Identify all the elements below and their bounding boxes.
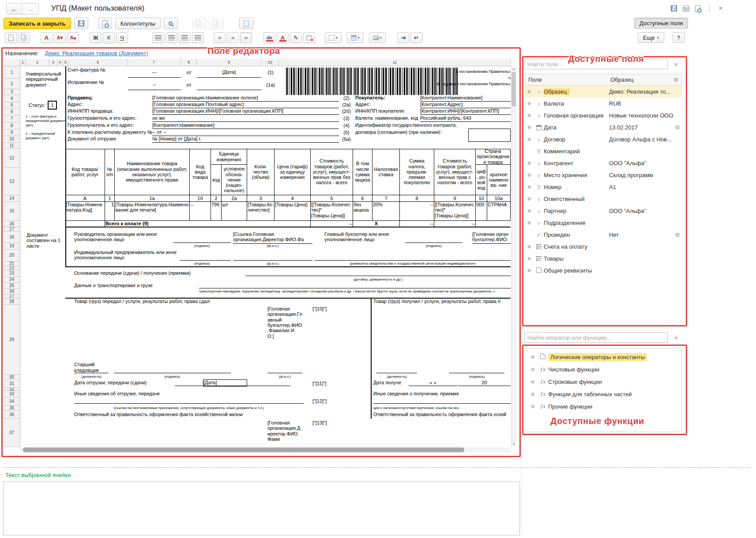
field-label[interactable]: Номер bbox=[544, 184, 609, 190]
font-size-up-button[interactable]: А▴ bbox=[67, 32, 79, 43]
assignment-link[interactable]: Демо: Реализация товаров (Документ) bbox=[45, 50, 148, 57]
form-cell[interactable]: Универсальный передаточный документ bbox=[26, 71, 66, 94]
form-cell[interactable] bbox=[74, 398, 304, 404]
form-cell[interactable]: (должность) bbox=[74, 375, 109, 379]
save-icon[interactable] bbox=[671, 5, 677, 11]
column-header[interactable]: 3 bbox=[49, 59, 57, 66]
form-cell[interactable] bbox=[405, 231, 463, 243]
expand-plus-icon[interactable]: ⊕ bbox=[524, 160, 534, 166]
form-cell[interactable]: Руководитель организации или иное уполно… bbox=[74, 231, 172, 244]
form-cell[interactable] bbox=[199, 283, 511, 288]
form-cell[interactable]: Иные сведения о получении, приемке bbox=[373, 391, 511, 398]
row-header[interactable]: 28 bbox=[4, 299, 20, 305]
field-row[interactable]: ⊕Дата13.02.2017⚙ bbox=[524, 121, 682, 133]
align-center-button[interactable] bbox=[165, 32, 177, 43]
form-cell[interactable]: (5) bbox=[339, 129, 354, 136]
form-cell[interactable]: Цена (тариф) за единицу измерения bbox=[275, 149, 311, 195]
spacing-medium-button[interactable]: = bbox=[227, 32, 239, 43]
row-header[interactable]: 8 bbox=[4, 122, 20, 129]
expand-plus-icon[interactable]: ⊕ bbox=[524, 172, 534, 178]
form-cell[interactable]: № [Номер] от [Дата] г. bbox=[152, 136, 339, 143]
form-cell[interactable]: Дата отгрузки, передачи (сдачи) bbox=[74, 380, 175, 387]
form-cell[interactable]: Иные сведения об отгрузке, передаче bbox=[74, 391, 260, 398]
row-header[interactable]: 27 bbox=[4, 295, 20, 299]
page-setup-button[interactable] bbox=[239, 18, 253, 29]
field-row[interactable]: ТКомментарий bbox=[524, 145, 682, 157]
field-row[interactable]: ⊕›Ответственный bbox=[524, 193, 682, 205]
preview-button[interactable] bbox=[98, 18, 112, 29]
form-cell[interactable]: Код товара/ работ, услуг bbox=[65, 149, 105, 195]
column-header[interactable]: 1 bbox=[20, 59, 26, 66]
form-cell[interactable]: (2) bbox=[339, 95, 354, 102]
form-cell[interactable]: -- от -- bbox=[152, 129, 339, 136]
panel-splitter[interactable] bbox=[521, 47, 521, 535]
row-header[interactable]: 25 bbox=[4, 283, 20, 289]
form-cell[interactable] bbox=[245, 270, 511, 276]
form-cell[interactable]: Основание передачи (сдачи) / получения (… bbox=[74, 270, 245, 277]
copy-style-button[interactable] bbox=[192, 18, 206, 29]
form-cell[interactable]: (подпись) bbox=[405, 244, 463, 248]
expand-plus-icon[interactable]: ⊕ bbox=[524, 136, 534, 142]
form-cell[interactable]: -- bbox=[400, 202, 434, 221]
field-row[interactable]: ✓ПроведенНет⚙ bbox=[524, 229, 682, 241]
fields-column-sample[interactable]: Образец bbox=[607, 76, 671, 83]
form-cell[interactable]: 8 bbox=[400, 195, 434, 202]
form-cell[interactable] bbox=[197, 80, 261, 90]
form-cell[interactable] bbox=[376, 305, 417, 373]
row-header[interactable]: 31 bbox=[4, 380, 20, 388]
form-cell[interactable]: ["[12]"] bbox=[312, 398, 338, 405]
row-header[interactable]: 14 bbox=[4, 195, 20, 202]
form-cell[interactable]: [Контрагент.Адрес] bbox=[420, 102, 511, 108]
form-cell[interactable]: ["[11]"] bbox=[312, 381, 338, 387]
form-cell[interactable]: Наименование товара (описание выполненны… bbox=[115, 149, 190, 195]
form-cell[interactable]: [Дата] bbox=[203, 379, 247, 386]
form-cell[interactable]: 2 bbox=[211, 195, 222, 202]
form-cell[interactable]: Российский рубль, 643 bbox=[420, 115, 511, 122]
form-cell[interactable]: 6 bbox=[353, 195, 372, 202]
form-cell[interactable]: Налоговая ставка bbox=[372, 149, 400, 195]
fields-column-field[interactable]: Поле bbox=[525, 76, 607, 83]
row-header[interactable]: 36 bbox=[4, 411, 20, 419]
field-label[interactable]: Общие реквизиты bbox=[544, 267, 609, 274]
form-cell[interactable]: --- bbox=[128, 67, 181, 78]
form-cell[interactable]: (подпись) bbox=[173, 261, 231, 266]
form-cell[interactable] bbox=[114, 305, 231, 373]
form-cell[interactable]: без акциза bbox=[353, 202, 372, 221]
expand-plus-icon[interactable]: ⊕ bbox=[528, 379, 538, 385]
form-cell[interactable]: Ответственный за правильность оформления… bbox=[373, 412, 511, 418]
form-cell[interactable]: К платежно-расчетному документу № bbox=[68, 129, 152, 136]
field-label[interactable]: Договор bbox=[544, 136, 609, 143]
form-cell[interactable]: [Головная организация.Наименование полно… bbox=[152, 95, 339, 102]
form-cell[interactable]: Адрес: bbox=[355, 102, 421, 108]
row-header[interactable]: 6 bbox=[4, 109, 20, 115]
close-icon[interactable]: × bbox=[718, 4, 723, 13]
field-row[interactable]: ⊕›Головная организацияНовые технологии О… bbox=[524, 110, 682, 121]
expand-plus-icon[interactable]: ⊕ bbox=[524, 256, 534, 261]
form-cell[interactable]: 10а bbox=[487, 195, 511, 202]
form-cell[interactable]: 5 bbox=[311, 195, 353, 202]
form-cell[interactable]: Документ об отгрузке bbox=[68, 136, 152, 143]
function-group-label[interactable]: Числовые функции bbox=[548, 366, 599, 373]
form-cell[interactable]: ИНН/КПП продавца: bbox=[68, 108, 151, 115]
form-cell[interactable]: договора (соглашения) (при наличии): bbox=[355, 129, 468, 136]
font-color-button[interactable]: А bbox=[277, 32, 289, 43]
cell-text-area[interactable] bbox=[4, 481, 520, 535]
form-cell[interactable]: (подпись) bbox=[173, 244, 231, 248]
form-cell[interactable]: [Контрагент.Наименование] bbox=[152, 122, 339, 129]
align-right-button[interactable] bbox=[179, 32, 191, 43]
field-row[interactable]: ⊕Товары bbox=[524, 253, 682, 265]
form-cell[interactable]: ция о наличии/отсутствии претензии; ссыл… bbox=[373, 406, 511, 410]
field-label[interactable]: Головная организация bbox=[544, 112, 609, 119]
form-cell[interactable]: о bbox=[378, 76, 511, 81]
form-cell[interactable]: -- bbox=[311, 221, 353, 227]
form-cell[interactable]: Идентификатор государственного контракта… bbox=[355, 122, 468, 129]
function-group-label[interactable]: Прочие функции bbox=[548, 403, 592, 410]
spacing-single-button[interactable]: = bbox=[214, 32, 226, 43]
template-sheet[interactable]: ▲ ▼ 123456789101112345678910111213141516… bbox=[4, 59, 516, 452]
form-cell[interactable]: Адрес: bbox=[68, 102, 151, 108]
row-header[interactable]: 34 bbox=[4, 398, 20, 405]
form-cell[interactable]: [Ссылка.Головная организация.Директор.ФИ… bbox=[233, 231, 312, 244]
form-cell[interactable] bbox=[468, 129, 511, 142]
expand-plus-icon[interactable]: ⊕ bbox=[524, 268, 534, 273]
form-cell[interactable]: Грузоотправитель и его адрес: bbox=[68, 115, 151, 122]
